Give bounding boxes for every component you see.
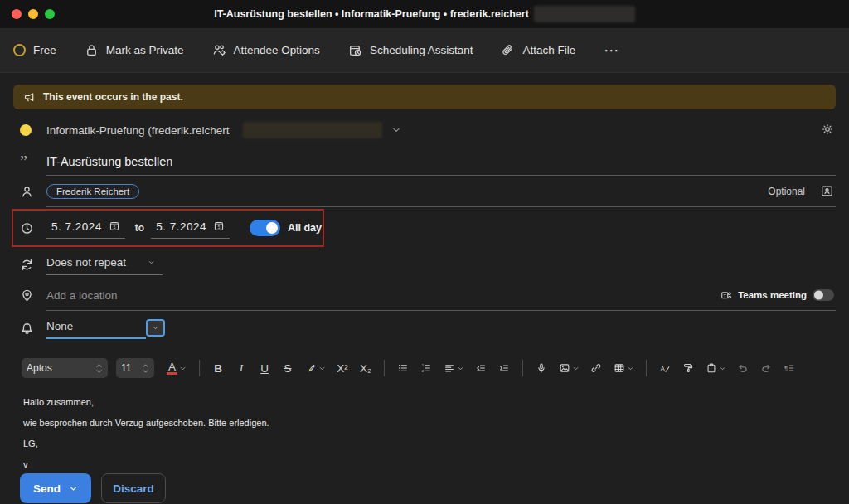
calendar-selector[interactable]: Informatik-Pruefung (frederik.reichert (46, 122, 402, 138)
underline-button[interactable]: U (255, 358, 274, 378)
contact-card-icon[interactable] (820, 184, 834, 198)
person-icon (20, 185, 34, 199)
strikethrough-button[interactable]: S (278, 358, 298, 378)
date-row: 5. 7.2024 5 to 5. 7.2024 5 All day (13, 207, 836, 249)
reminder-dropdown[interactable]: None (46, 318, 165, 339)
numbered-list-button[interactable]: 12 (416, 358, 436, 378)
redo-button[interactable] (756, 358, 776, 378)
teams-meeting-toggle[interactable] (813, 289, 834, 301)
to-label: to (135, 222, 144, 234)
attendees-input[interactable]: Frederik Reichert Optional (46, 176, 836, 207)
body-line: Hallo zusammen, (23, 392, 836, 413)
all-day-toggle[interactable] (250, 220, 280, 236)
font-size-select[interactable]: 11 (116, 358, 154, 378)
font-size-value: 11 (121, 362, 131, 374)
chevron-down-icon (457, 365, 464, 372)
attendee-chip[interactable]: Frederik Reichert (46, 184, 139, 199)
calendar-name: Informatik-Pruefung (frederik.reichert (46, 124, 230, 137)
attach-file-label: Attach File (522, 44, 575, 56)
align-button[interactable] (439, 358, 468, 378)
send-button[interactable]: Send (20, 473, 91, 503)
location-pin-icon (20, 288, 34, 303)
event-title-input[interactable]: IT-Ausrüstung bestellen (46, 148, 836, 176)
link-icon (590, 362, 602, 374)
subscript-button[interactable]: X₂ (356, 358, 376, 378)
body-line: LG, (23, 434, 836, 454)
text-pen-icon: A (659, 362, 671, 374)
bell-icon (20, 322, 34, 336)
minimize-window-button[interactable] (28, 9, 38, 19)
zoom-window-button[interactable] (45, 9, 55, 19)
chevron-down-icon (719, 365, 726, 372)
insert-link-button[interactable] (586, 358, 606, 378)
megaphone-icon (23, 91, 36, 104)
font-color-button[interactable]: A (163, 358, 191, 378)
indent-button[interactable] (494, 358, 514, 378)
discard-button[interactable]: Discard (101, 473, 166, 503)
start-date-field[interactable]: 5. 7.2024 5 (46, 218, 125, 239)
charm-button[interactable] (821, 123, 836, 138)
optional-label[interactable]: Optional (768, 186, 805, 197)
redacted-text-box (243, 122, 382, 138)
reminder-dropdown-button[interactable] (146, 319, 165, 337)
highlight-button[interactable] (301, 358, 329, 378)
attendees-row: Frederik Reichert Optional (13, 176, 836, 207)
scheduling-assistant-label: Scheduling Assistant (370, 44, 473, 56)
undo-icon (737, 362, 749, 374)
bullet-list-button[interactable] (393, 358, 413, 378)
bold-button[interactable]: B (208, 358, 228, 378)
editor-ink-button[interactable]: A (655, 358, 675, 378)
dictate-button[interactable] (531, 358, 551, 378)
font-family-select[interactable]: Aptos (22, 358, 108, 378)
paste-button[interactable] (701, 358, 730, 378)
send-label: Send (33, 482, 61, 495)
divider (199, 360, 200, 376)
redo-icon (760, 362, 772, 374)
free-status-button[interactable]: Free (13, 44, 56, 56)
reminder-row: None (13, 311, 836, 346)
close-window-button[interactable] (12, 9, 22, 19)
mark-as-private-button[interactable]: Mark as Private (85, 43, 184, 57)
paragraph-icon: ¶ (784, 362, 795, 374)
message-body-editor[interactable]: Hallo zusammen, wie besprochen durch Ver… (13, 380, 836, 468)
superscript-button[interactable]: X² (332, 358, 352, 378)
titlebar: IT-Ausrüstung bestellen • Informatik-Pru… (0, 0, 849, 28)
paragraph-direction-button[interactable]: ¶ (779, 358, 799, 378)
past-event-banner: This event occurs in the past. (13, 85, 836, 109)
paint-roller-icon (682, 362, 694, 374)
clock-icon (20, 221, 34, 235)
chevron-down-icon (69, 484, 78, 493)
undo-button[interactable] (733, 358, 753, 378)
svg-text:¶: ¶ (784, 365, 788, 372)
chevron-down-icon (179, 365, 187, 372)
lock-icon (85, 43, 99, 57)
attendee-options-button[interactable]: Attendee Options (212, 43, 320, 57)
highlighter-icon (305, 362, 317, 374)
insert-image-button[interactable] (555, 358, 583, 378)
event-editor-window: IT-Ausrüstung bestellen • Informatik-Pru… (0, 0, 849, 504)
formatting-toolbar: Aptos 11 A B I U S X² X₂ (13, 356, 836, 380)
date-picker-icon[interactable]: 5 (213, 220, 225, 232)
format-painter-button[interactable] (678, 358, 698, 378)
svg-text:T: T (724, 293, 727, 298)
italic-button[interactable]: I (231, 358, 251, 378)
numbered-list-icon: 12 (420, 362, 432, 374)
scheduling-assistant-button[interactable]: Scheduling Assistant (348, 43, 473, 57)
people-gear-icon (212, 43, 226, 57)
past-event-message: This event occurs in the past. (43, 91, 183, 103)
svg-text:5: 5 (113, 225, 115, 230)
location-input[interactable] (46, 289, 720, 302)
svg-text:A: A (661, 365, 665, 372)
insert-table-button[interactable] (609, 358, 638, 378)
divider (522, 360, 523, 376)
end-date-field[interactable]: 5. 7.2024 5 (151, 218, 230, 239)
more-options-button[interactable]: ⋯ (604, 41, 619, 60)
outdent-button[interactable] (471, 358, 491, 378)
toggle-knob (266, 222, 278, 234)
attach-file-button[interactable]: Attach File (501, 43, 575, 57)
repeat-dropdown[interactable]: Does not repeat (46, 254, 163, 275)
calendar-selector-row: Informatik-Pruefung (frederik.reichert (13, 113, 836, 148)
free-status-label: Free (33, 44, 56, 56)
teams-icon: T (720, 289, 732, 301)
date-picker-icon[interactable]: 5 (109, 220, 120, 232)
